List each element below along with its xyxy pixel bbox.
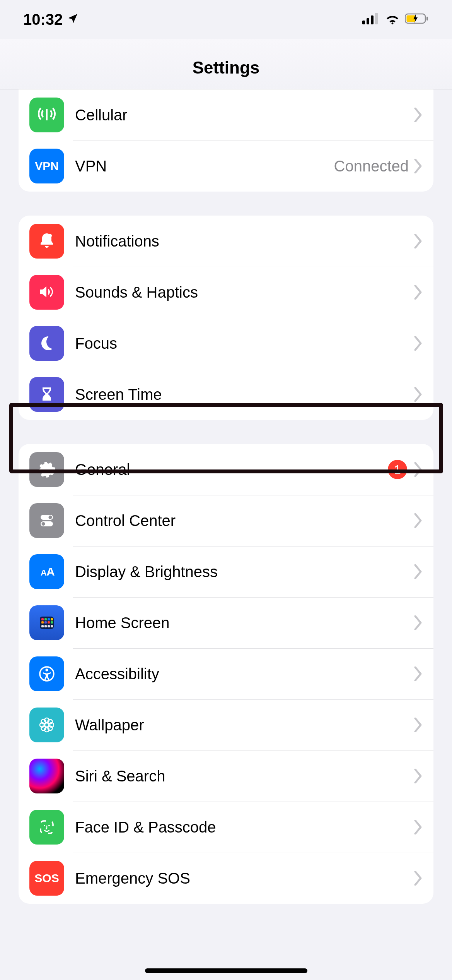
controlcenter-icon <box>29 503 64 538</box>
chevron-right-icon <box>414 615 423 630</box>
home-indicator[interactable] <box>145 968 307 973</box>
sounds-icon <box>29 275 64 310</box>
svg-rect-3 <box>375 13 378 24</box>
row-label: Cellular <box>75 106 414 124</box>
chevron-right-icon <box>414 285 423 300</box>
status-bar: 10:32 <box>0 0 452 39</box>
svg-rect-2 <box>371 15 374 24</box>
row-label: VPN <box>75 158 334 175</box>
homescreen-icon <box>29 605 64 640</box>
chevron-right-icon <box>414 666 423 681</box>
wallpaper-icon <box>29 708 64 742</box>
siri-icon <box>29 759 64 793</box>
vpn-icon: VPN <box>29 149 64 183</box>
battery-charging-icon <box>405 13 429 26</box>
settings-row-faceid[interactable]: Face ID & Passcode <box>19 802 433 853</box>
chevron-right-icon <box>414 159 423 173</box>
settings-row-general[interactable]: General1 <box>19 444 433 495</box>
sos-icon: SOS <box>29 861 64 896</box>
chevron-right-icon <box>414 387 423 402</box>
notification-badge: 1 <box>388 460 407 479</box>
row-label: Home Screen <box>75 614 414 632</box>
row-label: Accessibility <box>75 665 414 683</box>
settings-row-accessibility[interactable]: Accessibility <box>19 648 433 699</box>
location-icon <box>67 11 79 28</box>
settings-row-sos[interactable]: SOSEmergency SOS <box>19 853 433 904</box>
settings-row-notifications[interactable]: Notifications <box>19 216 433 267</box>
notifications-icon <box>29 224 64 259</box>
screentime-icon <box>29 377 64 412</box>
svg-rect-0 <box>362 21 365 24</box>
row-label: Wallpaper <box>75 716 414 734</box>
row-label: Emergency SOS <box>75 870 414 887</box>
settings-row-wallpaper[interactable]: Wallpaper <box>19 699 433 750</box>
row-label: Control Center <box>75 512 414 529</box>
chevron-right-icon <box>414 336 423 351</box>
settings-row-focus[interactable]: Focus <box>19 318 433 369</box>
page-title: Settings <box>0 39 452 89</box>
focus-icon <box>29 326 64 361</box>
settings-group: General1Control CenterDisplay & Brightne… <box>19 444 433 904</box>
row-label: Siri & Search <box>75 768 414 785</box>
chevron-right-icon <box>414 871 423 886</box>
chevron-right-icon <box>414 108 423 122</box>
settings-row-sounds[interactable]: Sounds & Haptics <box>19 267 433 318</box>
row-label: Sounds & Haptics <box>75 284 414 301</box>
status-time: 10:32 <box>23 11 63 28</box>
settings-row-homescreen[interactable]: Home Screen <box>19 597 433 648</box>
row-label: Screen Time <box>75 386 414 403</box>
settings-row-siri[interactable]: Siri & Search <box>19 750 433 802</box>
chevron-right-icon <box>414 564 423 579</box>
settings-group: NotificationsSounds & HapticsFocusScreen… <box>19 216 433 420</box>
row-label: Face ID & Passcode <box>75 819 414 836</box>
chevron-right-icon <box>414 234 423 248</box>
general-icon <box>29 452 64 487</box>
cellular-icon <box>362 13 380 26</box>
faceid-icon <box>29 810 64 845</box>
chevron-right-icon <box>414 820 423 834</box>
settings-row-screentime[interactable]: Screen Time <box>19 369 433 420</box>
row-value: Connected <box>334 158 409 175</box>
row-label: General <box>75 461 388 478</box>
chevron-right-icon <box>414 462 423 477</box>
settings-row-display[interactable]: Display & Brightness <box>19 546 433 597</box>
chevron-right-icon <box>414 718 423 732</box>
settings-row-vpn[interactable]: VPNVPNConnected <box>19 140 433 192</box>
cellular-icon <box>29 98 64 132</box>
settings-row-controlcenter[interactable]: Control Center <box>19 495 433 546</box>
settings-row-cellular[interactable]: Cellular <box>19 89 433 140</box>
accessibility-icon <box>29 656 64 691</box>
row-label: Notifications <box>75 233 414 250</box>
svg-rect-1 <box>367 18 369 24</box>
chevron-right-icon <box>414 769 423 783</box>
display-icon <box>29 554 64 589</box>
settings-group: CellularVPNVPNConnected <box>19 89 433 192</box>
svg-rect-6 <box>426 17 428 21</box>
row-label: Focus <box>75 335 414 352</box>
wifi-icon <box>385 13 400 26</box>
row-label: Display & Brightness <box>75 563 414 581</box>
chevron-right-icon <box>414 513 423 528</box>
